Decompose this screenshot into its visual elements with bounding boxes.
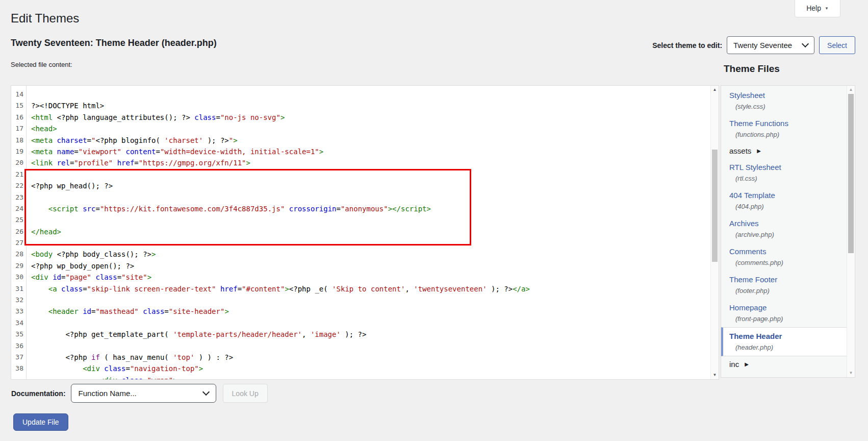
code-line: <a class="skip-link screen-reader-text" … (31, 283, 710, 295)
code-line: <?php wp_body_open(); ?> (31, 260, 710, 272)
file-link[interactable]: Stylesheet (729, 91, 765, 100)
line-number: 26 (11, 226, 26, 237)
line-number: 16 (11, 112, 26, 123)
folder-inc[interactable]: inc▶ (721, 356, 847, 372)
chevron-down-icon (802, 40, 809, 47)
gutter: 1415161718192021222324252627282930313233… (11, 86, 27, 379)
line-number: 30 (11, 272, 26, 283)
theme-file-homepage[interactable]: Homepage(front-page.php) (721, 299, 847, 327)
line-number: 29 (11, 260, 26, 272)
select-theme-button[interactable]: Select (819, 36, 855, 54)
theme-file-theme-functions[interactable]: Theme Functions(functions.php) (721, 115, 847, 143)
selected-file-content-label: Selected file content: (11, 61, 72, 68)
caret-down-icon: ▼ (825, 6, 829, 11)
file-title: Twenty Seventeen: Theme Header (header.p… (11, 38, 217, 48)
line-number: 37 (11, 352, 26, 363)
theme-select-value: Twenty Seventee (733, 41, 792, 50)
line-number: 35 (11, 329, 26, 340)
file-name: (rtl.css) (729, 175, 841, 182)
file-link[interactable]: Comments (729, 247, 767, 256)
line-number: 32 (11, 295, 26, 306)
line-number: 34 (11, 317, 26, 329)
theme-file-theme-footer[interactable]: Theme Footer(footer.php) (721, 271, 847, 299)
line-number: 17 (11, 123, 26, 134)
folder-assets[interactable]: assets▶ (721, 143, 847, 159)
help-label: Help (806, 4, 821, 12)
sidebar-scrollbar[interactable]: ▲ ▼ (847, 86, 855, 377)
code-line: <meta charset="<?php bloginfo( 'charset'… (31, 135, 710, 146)
file-name: (front-page.php) (729, 315, 841, 323)
code-line: <?php wp_head(); ?> (31, 180, 710, 191)
sidebar-scrollbar-thumb[interactable] (848, 94, 854, 253)
documentation-row: Documentation: Function Name... Look Up (11, 384, 268, 403)
scroll-down-icon[interactable]: ▼ (847, 370, 855, 376)
folder-expand-icon: ▶ (745, 361, 749, 367)
file-name: (footer.php) (729, 287, 841, 295)
theme-files-list: Stylesheet(style.css)Theme Functions(fun… (721, 86, 847, 377)
line-number: 19 (11, 146, 26, 157)
file-name: (archive.php) (729, 231, 841, 238)
code-lines[interactable]: ?><!DOCTYPE html><html <?php language_at… (27, 86, 710, 379)
folder-label: inc (729, 360, 739, 369)
file-name: (header.php) (729, 344, 841, 351)
documentation-label: Documentation: (11, 389, 66, 398)
code-line: </head> (31, 226, 710, 237)
theme-select-dropdown[interactable]: Twenty Seventee (727, 36, 814, 54)
line-number: 23 (11, 192, 26, 203)
code-line: <header id="masthead" class="site-header… (31, 306, 710, 317)
code-line: <script src="https://kit.fontawesome.com… (31, 203, 710, 214)
code-line (31, 192, 710, 203)
theme-file-stylesheet[interactable]: Stylesheet(style.css) (721, 87, 847, 115)
update-file-button[interactable]: Update File (13, 413, 68, 431)
editor-scrollbar[interactable]: ▲ ▼ (710, 86, 719, 379)
file-link[interactable]: 404 Template (729, 191, 775, 200)
line-number: 38 (11, 363, 26, 374)
line-number: 25 (11, 214, 26, 226)
file-link[interactable]: Theme Header (729, 332, 782, 340)
code-line: <div class="navigation-top"> (31, 363, 710, 374)
file-link[interactable]: RTL Stylesheet (729, 163, 781, 172)
code-line: ?><!DOCTYPE html> (31, 100, 710, 111)
code-line: <div id="page" class="site"> (31, 272, 710, 283)
theme-file-archives[interactable]: Archives(archive.php) (721, 215, 847, 243)
code-line: <link rel="profile" href="https://gmpg.o… (31, 157, 710, 168)
theme-file-404-template[interactable]: 404 Template(404.php) (721, 187, 847, 215)
code-line (31, 295, 710, 306)
code-line: <?php get_template_part( 'template-parts… (31, 329, 710, 340)
file-link[interactable]: Archives (729, 219, 759, 228)
line-number: 22 (11, 180, 26, 191)
code-line: <meta name="viewport" content="width=dev… (31, 146, 710, 157)
code-editor[interactable]: 1415161718192021222324252627282930313233… (11, 85, 719, 380)
look-up-button: Look Up (223, 384, 268, 403)
scroll-down-icon[interactable]: ▼ (711, 372, 719, 378)
theme-file-theme-header[interactable]: Theme Header(header.php) (721, 327, 847, 356)
folder-expand-icon: ▶ (757, 148, 761, 154)
code-line (31, 169, 710, 180)
code-line: <?php if ( has_nav_menu( 'top' ) ) : ?> (31, 352, 710, 363)
code-line (31, 317, 710, 329)
file-name: (comments.php) (729, 259, 841, 266)
code-line (31, 89, 710, 100)
file-link[interactable]: Theme Footer (729, 275, 777, 284)
editor-scrollbar-thumb[interactable] (712, 150, 718, 262)
line-number: 21 (11, 169, 26, 180)
theme-file-rtl-stylesheet[interactable]: RTL Stylesheet(rtl.css) (721, 159, 847, 187)
chevron-down-icon (202, 388, 209, 396)
line-number: 28 (11, 249, 26, 260)
line-number: 15 (11, 100, 26, 111)
line-number (11, 375, 26, 379)
help-button[interactable]: Help ▼ (795, 0, 840, 17)
scroll-up-icon[interactable]: ▲ (847, 87, 855, 93)
line-number: 24 (11, 203, 26, 214)
line-number: 33 (11, 306, 26, 317)
theme-file-comments[interactable]: Comments(comments.php) (721, 243, 847, 271)
file-link[interactable]: Homepage (729, 303, 767, 312)
line-number: 36 (11, 340, 26, 352)
function-name-dropdown[interactable]: Function Name... (71, 384, 216, 403)
line-number: 27 (11, 237, 26, 249)
page-title: Edit Themes (11, 11, 79, 26)
code-line: <head> (31, 123, 710, 134)
code-line: <body <?php body_class(); ?>> (31, 249, 710, 260)
scroll-up-icon[interactable]: ▲ (711, 87, 719, 93)
file-link[interactable]: Theme Functions (729, 119, 788, 128)
